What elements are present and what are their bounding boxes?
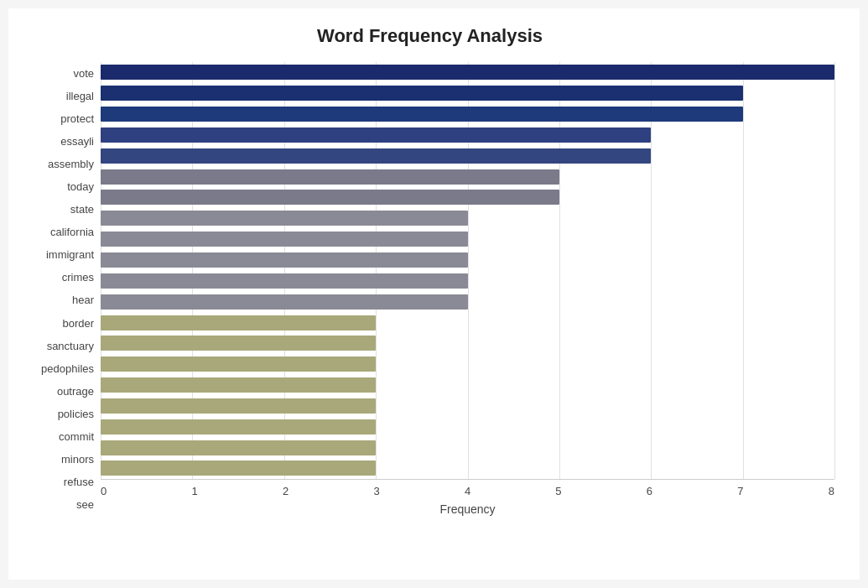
grid-line xyxy=(192,62,193,479)
y-label: illegal xyxy=(66,91,94,101)
y-label: policies xyxy=(58,408,94,419)
y-label: protect xyxy=(60,113,94,124)
bar xyxy=(101,377,376,393)
x-tick: 4 xyxy=(465,485,470,497)
y-label: see xyxy=(76,499,94,510)
bar xyxy=(101,65,834,80)
x-tick: 5 xyxy=(555,485,561,497)
y-label: crimes xyxy=(62,272,94,283)
chart-area: voteillegalprotectessayliassemblytodayst… xyxy=(25,62,834,516)
y-label: pedophiles xyxy=(41,363,94,374)
bar-row xyxy=(101,272,834,290)
grid-line xyxy=(284,62,285,479)
bar xyxy=(101,315,376,330)
bar xyxy=(101,107,743,122)
grid-line xyxy=(101,62,101,479)
bar-row xyxy=(101,418,834,436)
grid-line xyxy=(834,62,835,479)
bar xyxy=(101,232,468,247)
bar xyxy=(101,461,376,476)
bar-row xyxy=(101,84,834,102)
y-label: assembly xyxy=(48,159,94,169)
bar-row xyxy=(101,147,834,165)
bar xyxy=(101,419,376,434)
y-label: essayli xyxy=(60,136,94,147)
y-label: immigrant xyxy=(46,249,94,260)
grid-line xyxy=(743,62,744,479)
bar xyxy=(101,86,743,101)
grid-line xyxy=(376,62,377,479)
x-tick: 6 xyxy=(647,485,652,497)
x-axis-label: Frequency xyxy=(101,502,834,516)
bar-row xyxy=(101,376,834,394)
bar xyxy=(101,190,559,205)
grid-line xyxy=(651,62,652,479)
x-axis: 012345678 xyxy=(101,479,834,497)
y-label: state xyxy=(70,204,94,215)
bar xyxy=(101,356,376,372)
bar-row xyxy=(101,230,834,248)
bar xyxy=(101,440,376,455)
bars-area xyxy=(101,62,834,479)
bar-row xyxy=(101,188,834,206)
grid-line xyxy=(559,62,560,479)
y-label: today xyxy=(67,181,94,192)
bar xyxy=(101,211,468,226)
x-tick: 0 xyxy=(101,485,107,497)
bar-row xyxy=(101,251,834,269)
bar xyxy=(101,273,468,289)
x-tick: 7 xyxy=(737,485,743,497)
bar xyxy=(101,127,651,143)
bar-row xyxy=(101,439,834,457)
x-tick: 1 xyxy=(191,485,197,497)
bar-row xyxy=(101,334,834,352)
y-axis: voteillegalprotectessayliassemblytodayst… xyxy=(25,62,101,516)
y-label: hear xyxy=(72,294,94,305)
y-label: california xyxy=(50,226,94,237)
chart-title: Word Frequency Analysis xyxy=(25,25,834,47)
x-tick: 2 xyxy=(283,485,288,497)
y-label: minors xyxy=(61,454,94,465)
y-label: border xyxy=(62,318,94,329)
y-label: commit xyxy=(59,431,94,442)
grid-line xyxy=(468,62,469,479)
chart-container: Word Frequency Analysis voteillegalprote… xyxy=(8,8,860,580)
bar xyxy=(101,336,376,351)
bar xyxy=(101,294,468,310)
bars-and-xaxis: 012345678 Frequency xyxy=(101,62,834,516)
bar-row xyxy=(101,126,834,144)
bar-row xyxy=(101,209,834,227)
bar-row xyxy=(101,105,834,123)
bar-row xyxy=(101,63,834,81)
bar-row xyxy=(101,355,834,373)
bar-row xyxy=(101,314,834,332)
bar-row xyxy=(101,168,834,186)
y-label: vote xyxy=(73,68,94,79)
bar-row xyxy=(101,397,834,415)
y-label: sanctuary xyxy=(47,341,94,351)
bar xyxy=(101,148,651,164)
x-tick: 8 xyxy=(829,485,834,497)
y-label: outrage xyxy=(57,386,94,397)
x-tick: 3 xyxy=(373,485,379,497)
bar-row xyxy=(101,293,834,311)
bar xyxy=(101,169,559,185)
bar xyxy=(101,252,468,268)
bar-row xyxy=(101,459,834,477)
bar xyxy=(101,398,376,414)
y-label: refuse xyxy=(64,476,94,487)
